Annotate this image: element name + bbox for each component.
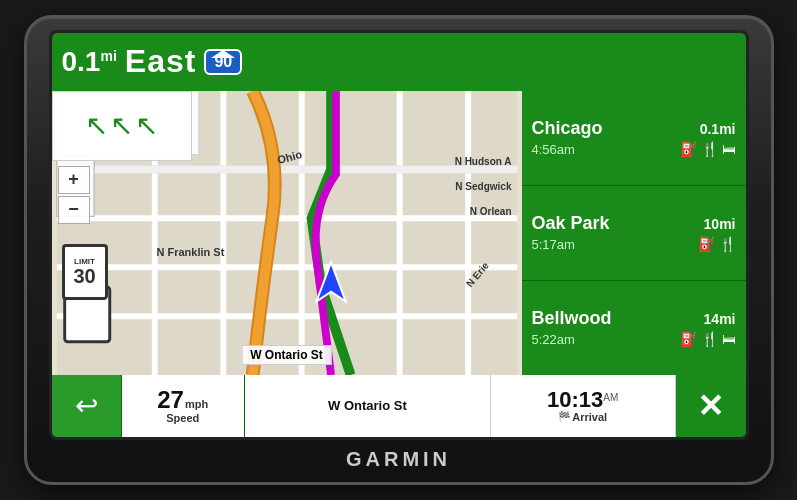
fuel-icon-2: ⛽ bbox=[698, 236, 715, 252]
poi-time-chicago: 4:56am bbox=[532, 142, 575, 157]
poi-time-oakpark: 5:17am bbox=[532, 237, 575, 252]
bed-icon: 🛏 bbox=[722, 141, 736, 157]
turn-arrow-3: ↖ bbox=[135, 109, 158, 142]
close-button[interactable]: ✕ bbox=[676, 375, 746, 437]
poi-distance-bellwood: 14mi bbox=[704, 311, 736, 327]
poi-name-oakpark: Oak Park bbox=[532, 213, 610, 234]
speed-limit-sign: LIMIT 30 bbox=[62, 244, 108, 300]
arrival-display: 10:13AM 🏁 Arrival bbox=[491, 375, 676, 437]
speed-value: 27 bbox=[157, 388, 184, 412]
turn-arrow-2: ↖ bbox=[110, 109, 133, 142]
fuel-icon: ⛽ bbox=[680, 141, 697, 157]
poi-panel: Chicago 0.1mi 4:56am ⛽ 🍴 🛏 Oak bbox=[522, 91, 746, 375]
distance-value: 0.1 bbox=[62, 46, 101, 77]
poi-name-bellwood: Bellwood bbox=[532, 308, 612, 329]
poi-item-oakpark[interactable]: Oak Park 10mi 5:17am ⛽ 🍴 bbox=[522, 186, 746, 281]
speed-display: 27 mph Speed bbox=[122, 375, 245, 437]
turn-panel: ↖ ↖ ↖ bbox=[52, 91, 192, 161]
arrival-ampm: AM bbox=[603, 391, 618, 402]
street-display: W Ontario St bbox=[245, 375, 491, 437]
current-street-label: W Ontario St bbox=[241, 345, 332, 365]
poi-icons-bellwood: ⛽ 🍴 🛏 bbox=[680, 331, 736, 347]
map-area: ↖ ↖ ↖ + − LIMIT 30 Ohio N Franklin St N … bbox=[52, 91, 522, 375]
speed-label: Speed bbox=[166, 412, 199, 424]
fuel-icon-3: ⛽ bbox=[680, 331, 697, 347]
brand-label: GARMIN bbox=[346, 448, 451, 471]
poi-item-chicago[interactable]: Chicago 0.1mi 4:56am ⛽ 🍴 🛏 bbox=[522, 91, 746, 186]
zoom-controls: + − bbox=[58, 166, 90, 224]
street-text: W Ontario St bbox=[328, 398, 407, 413]
nav-bar: 0.1mi East 90 bbox=[52, 33, 746, 91]
distance-unit: mi bbox=[100, 47, 116, 63]
zoom-out-button[interactable]: − bbox=[58, 196, 90, 224]
zoom-in-button[interactable]: + bbox=[58, 166, 90, 194]
back-button[interactable]: ↩ bbox=[52, 375, 122, 437]
nav-distance: 0.1mi bbox=[62, 46, 117, 78]
arrival-time: 10:13 bbox=[547, 387, 603, 412]
nav-direction: East bbox=[125, 43, 197, 80]
poi-time-bellwood: 5:22am bbox=[532, 332, 575, 347]
screen: 0.1mi East 90 bbox=[49, 30, 749, 440]
poi-name-chicago: Chicago bbox=[532, 118, 603, 139]
poi-icons-oakpark: ⛽ 🍴 bbox=[698, 236, 736, 252]
food-icon-2: 🍴 bbox=[719, 236, 736, 252]
poi-distance-chicago: 0.1mi bbox=[700, 121, 736, 137]
garmin-device: 0.1mi East 90 bbox=[24, 15, 774, 485]
speed-limit-value: 30 bbox=[73, 266, 95, 286]
speed-unit: mph bbox=[185, 398, 208, 410]
back-arrow-icon: ↩ bbox=[75, 389, 98, 422]
arrival-sub: 🏁 Arrival bbox=[558, 411, 607, 423]
close-icon: ✕ bbox=[697, 387, 724, 425]
bottom-bar: ↩ 27 mph Speed W Ontario St 10:13AM 🏁 Ar… bbox=[52, 375, 746, 437]
food-icon-3: 🍴 bbox=[701, 331, 718, 347]
arrival-label: Arrival bbox=[572, 411, 607, 423]
turn-arrow-1: ↖ bbox=[85, 109, 108, 142]
flag-icon: 🏁 bbox=[558, 411, 570, 422]
main-content: ↖ ↖ ↖ + − LIMIT 30 Ohio N Franklin St N … bbox=[52, 91, 746, 375]
poi-icons-chicago: ⛽ 🍴 🛏 bbox=[680, 141, 736, 157]
poi-distance-oakpark: 10mi bbox=[704, 216, 736, 232]
highway-badge: 90 bbox=[204, 49, 242, 75]
bed-icon-2: 🛏 bbox=[722, 331, 736, 347]
food-icon: 🍴 bbox=[701, 141, 718, 157]
poi-item-bellwood[interactable]: Bellwood 14mi 5:22am ⛽ 🍴 🛏 bbox=[522, 281, 746, 375]
